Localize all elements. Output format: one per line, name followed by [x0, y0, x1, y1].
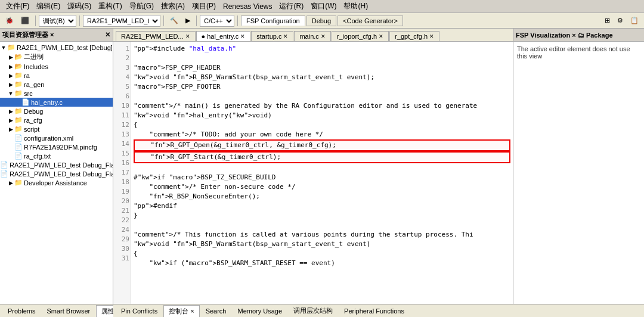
- editor-tab-startup-c[interactable]: startup.c✕: [251, 31, 293, 41]
- tree-label-script: script: [24, 126, 39, 133]
- tree-icon-src: 📁: [14, 89, 23, 97]
- line-num-1: 1: [114, 44, 129, 54]
- menu-refactor[interactable]: 重构(T): [95, 0, 125, 13]
- editor-tab-r-gpt-cfg-h[interactable]: r_gpt_cfg.h✕: [389, 31, 439, 41]
- main-area: 项目资源管理器 × ✕ ▼ 📁 RA2E1_PWM_LED_test [Debu…: [0, 29, 644, 304]
- tree-arrow-ra: ▶: [7, 73, 14, 79]
- menu-help[interactable]: 帮助(H): [340, 0, 371, 13]
- line-num-4: 4: [114, 73, 129, 82]
- editor-tab-main-c[interactable]: main.c✕: [294, 31, 330, 41]
- fsp-config-tab[interactable]: FSP Configuration: [241, 15, 305, 26]
- console-panel: Pin Conflicts控制台 ×SearchMemory Usage调用层次…: [113, 304, 644, 317]
- sidebar-item-ra_cfg_txt[interactable]: 📄 ra_cfg.txt: [0, 151, 113, 160]
- tree-label-ra_cfg_txt: ra_cfg.txt: [24, 153, 51, 160]
- debug-tab[interactable]: Debug: [306, 15, 336, 26]
- sidebar-item-config_xml[interactable]: 📄 configuration.xml: [0, 133, 113, 142]
- menu-source[interactable]: 源码(S): [64, 0, 95, 13]
- toolbar-icon2[interactable]: ⚙: [614, 15, 626, 26]
- code-line-5: "macro">FSP_CPP_FOOTER: [134, 82, 510, 92]
- console-tab-------[interactable]: 调用层次结构: [288, 304, 338, 317]
- console-tab-pin-conflicts[interactable]: Pin Conflicts: [116, 306, 163, 316]
- tree-icon-ra: 📁: [14, 72, 23, 79]
- toolbar-stop-btn[interactable]: ⬛: [18, 15, 32, 26]
- sidebar-item-pincfg[interactable]: 📄 R7FA2E1A92DFM.pincfg: [0, 142, 113, 151]
- sidebar-item-dev_assist[interactable]: ▶ 📁 Developer Assistance: [0, 178, 113, 187]
- sidebar-item-hal_entry[interactable]: 📄 hal_entry.c: [0, 98, 113, 107]
- code-line-29: "kw">void "fn">R_BSP_WarmStart(bsp_warm_…: [134, 240, 510, 249]
- tree-icon-debug: 📁: [14, 107, 23, 115]
- menu-edit[interactable]: 编辑(E): [33, 0, 64, 13]
- menu-project[interactable]: 项目(P): [188, 0, 219, 13]
- line-num-24: 24: [114, 225, 129, 235]
- sidebar-item-ra[interactable]: ▶ 📁 ra: [0, 71, 113, 80]
- tree-arrow-script: ▶: [7, 126, 14, 132]
- line-num-21: 21: [114, 206, 129, 216]
- line-num-11: 11: [114, 111, 129, 120]
- tree-icon-ra_cfg: 📁: [14, 116, 23, 124]
- console-tab-peripheral-functions[interactable]: Peripheral Functions: [339, 306, 410, 316]
- console-tab-memory-usage[interactable]: Memory Usage: [232, 306, 287, 316]
- menu-run[interactable]: 运行(R): [275, 0, 307, 13]
- tab-close-icon[interactable]: ✕: [321, 33, 326, 39]
- line-numbers: 1234561011121314151617181920212224293031: [113, 42, 131, 304]
- sidebar-item-includes[interactable]: ▶ 📂 Includes: [0, 62, 113, 71]
- tab-close-icon[interactable]: ✕: [379, 33, 383, 39]
- code-line-10: "comment">/* main() is generated by the …: [134, 101, 510, 111]
- tree-label-pincfg: R7FA2E1A92DFM.pincfg: [24, 144, 97, 151]
- console-tab------[interactable]: 控制台 ×: [163, 305, 199, 317]
- editor-tab-ra2e1-pwm-led---[interactable]: RA2E1_PWM_LED...✕: [116, 31, 196, 41]
- line-num-15: 15: [114, 149, 129, 158]
- sidebar-item-src[interactable]: ▼ 📁 src: [0, 89, 113, 98]
- editor-tab-hal-entry-c[interactable]: ● hal_entry.c✕: [196, 31, 251, 41]
- sidebar-item-debug[interactable]: ▶ 📁 Debug: [0, 107, 113, 116]
- toolbar-bug-btn[interactable]: 🐞: [2, 15, 17, 26]
- menu-window[interactable]: 窗口(W): [307, 0, 340, 13]
- tree-icon-jlink: 📄: [0, 161, 8, 169]
- line-num-5: 5: [114, 82, 129, 92]
- line-num-17: 17: [114, 168, 129, 178]
- tree-label-config_xml: configuration.xml: [24, 135, 73, 142]
- menu-file[interactable]: 文件(F): [2, 0, 33, 13]
- menubar: 文件(F) 编辑(E) 源码(S) 重构(T) 导航(G) 搜索(A) 项目(P…: [0, 0, 644, 13]
- tab-close-icon[interactable]: ✕: [185, 33, 190, 39]
- sidebar-item-root[interactable]: ▼ 📁 RA2E1_PWM_LED_test [Debug]: [0, 43, 113, 52]
- tree-label-ra: ra: [24, 72, 30, 79]
- tab-close-icon[interactable]: ✕: [240, 33, 245, 39]
- codegen-tab[interactable]: <Code Generator>: [338, 15, 403, 26]
- code-line-3: "macro">FSP_CPP_HEADER: [134, 63, 510, 73]
- tree-label-src: src: [24, 90, 33, 97]
- sidebar-item-ra_cfg[interactable]: ▶ 📁 ra_cfg: [0, 116, 113, 125]
- toolbar-run-btn[interactable]: ▶: [182, 15, 193, 26]
- tab-close-icon[interactable]: ✕: [429, 33, 434, 39]
- sidebar-item-launch[interactable]: 📄 RA2E1_PWM_LED_test Debug_Flat.launch: [0, 169, 113, 178]
- console-tab-search[interactable]: Search: [200, 306, 232, 316]
- menu-navigate[interactable]: 导航(G): [126, 0, 157, 13]
- sidebar-item-binary[interactable]: ▶ 📂 二进制: [0, 52, 113, 62]
- sidebar-close-icon[interactable]: ✕: [105, 31, 110, 39]
- editor-tab-r-ioport-cfg-h[interactable]: r_ioport_cfg.h✕: [332, 31, 389, 41]
- sidebar-item-jlink[interactable]: 📄 RA2E1_PWM_LED_test Debug_Flat.jlink: [0, 160, 113, 169]
- tab-label: ● hal_entry.c: [202, 33, 239, 40]
- bottom-left-tab-problems[interactable]: Problems: [2, 306, 41, 316]
- tree-arrow-debug: ▶: [7, 108, 14, 114]
- sidebar-item-script[interactable]: ▶ 📁 script: [0, 125, 113, 133]
- code-line-15: "fn">R_GPT_Start(&g_timer0_ctrl);: [134, 151, 510, 163]
- code-content[interactable]: "pp">#include "hal_data.h" "macro">FSP_C…: [131, 42, 513, 304]
- tree-label-root: RA2E1_PWM_LED_test [Debug]: [17, 44, 113, 51]
- language-select[interactable]: C/C++: [200, 15, 234, 27]
- bottom-left-tabs: ProblemsSmart Browser属性 ×: [0, 304, 113, 317]
- tab-close-icon[interactable]: ✕: [283, 33, 288, 39]
- toolbar-build-btn[interactable]: 🔨: [167, 15, 181, 26]
- sidebar-item-ra_gen[interactable]: ▶ 📁 ra_gen: [0, 80, 113, 89]
- code-line-20: "pp">#endif: [134, 201, 510, 211]
- bottom-left-tab-smart-browser[interactable]: Smart Browser: [41, 306, 95, 316]
- menu-renesas[interactable]: Renesas Views: [219, 1, 276, 12]
- debug-mode-select[interactable]: 调试(B): [39, 15, 76, 27]
- tree-arrow-includes: ▶: [7, 64, 14, 70]
- toolbar-icon3[interactable]: 📋: [627, 15, 642, 26]
- menu-search[interactable]: 搜索(A): [157, 0, 188, 13]
- tree-icon-root: 📁: [7, 43, 16, 51]
- line-num-30: 30: [114, 244, 129, 254]
- project-select[interactable]: RA2E1_PWM_LED_te...: [83, 15, 160, 27]
- toolbar-icon1[interactable]: ⊞: [602, 15, 613, 26]
